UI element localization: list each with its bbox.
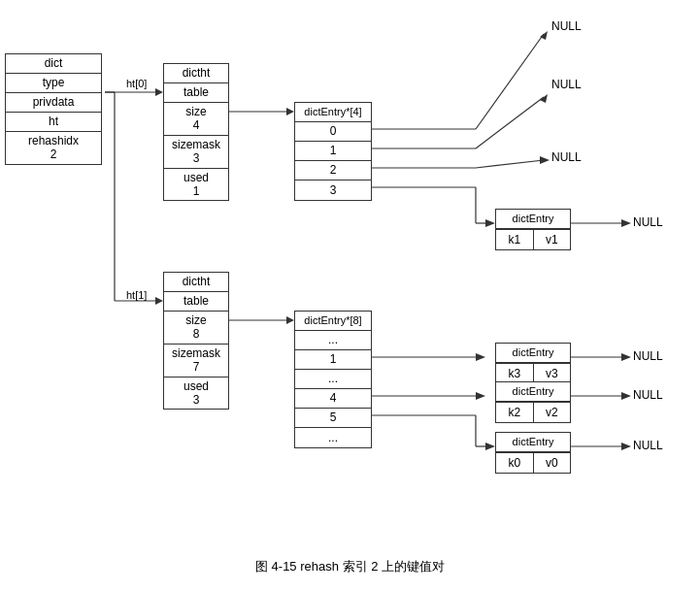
dict-label: dict (6, 54, 101, 74)
dict-entry-k0v0: dictEntry k0 v0 (495, 432, 571, 474)
dict-entry-k0v0-v: v0 (534, 453, 571, 473)
diagram: dict type privdata ht rehashidx2 ht[0] h… (0, 0, 700, 543)
null-label-6: NULL (633, 388, 663, 402)
dict-entry-k2v2: dictEntry k2 v2 (495, 381, 571, 423)
svg-line-17 (476, 160, 544, 168)
entry-array-bottom-5: 5 (295, 409, 371, 428)
null-label-1: NULL (551, 19, 582, 33)
dictht-top-label: dictht (164, 64, 228, 83)
svg-marker-12 (540, 31, 548, 40)
svg-marker-32 (621, 392, 631, 400)
ht1-label: ht[1] (126, 289, 147, 301)
dictht-bottom-used: used3 (164, 378, 228, 410)
svg-marker-30 (476, 392, 485, 400)
null-label-4: NULL (633, 215, 663, 229)
entry-array-top-3: 3 (295, 181, 371, 200)
dict-rehashidx: rehashidx2 (6, 132, 101, 164)
dictht-top-table: table (164, 83, 228, 103)
dict-entry-k1v1-k: k1 (496, 230, 534, 249)
dict-box: dict type privdata ht rehashidx2 (5, 53, 102, 165)
svg-marker-24 (621, 219, 631, 227)
svg-marker-9 (286, 316, 294, 324)
dict-entry-k1v1: dictEntry k1 v1 (495, 209, 571, 250)
entry-array-top-2: 2 (295, 161, 371, 181)
dict-entry-k3v3: dictEntry k3 v3 (495, 343, 571, 384)
ht0-label: ht[0] (126, 78, 147, 89)
caption: 图 4-15 rehash 索引 2 上的键值对 (0, 547, 700, 586)
dictht-top-box: dictht table size4 sizemask3 used1 (163, 63, 229, 201)
svg-marker-38 (621, 443, 631, 450)
svg-marker-36 (485, 443, 495, 450)
entry-array-top-label: dictEntry*[4] (295, 103, 371, 122)
arrows-svg (0, 0, 700, 543)
entry-array-bottom: dictEntry*[8] ... 1 ... 4 5 ... (294, 311, 372, 448)
dict-entry-k2v2-k: k2 (496, 403, 534, 422)
svg-marker-26 (476, 353, 485, 361)
dict-entry-k1v1-v: v1 (534, 230, 571, 249)
dict-entry-k0v0-label: dictEntry (496, 433, 570, 452)
svg-marker-15 (540, 94, 548, 103)
dictht-bottom-table: table (164, 292, 228, 312)
caption-text: 图 4-15 rehash 索引 2 上的键值对 (255, 558, 445, 575)
dictht-top-used: used1 (164, 169, 228, 201)
svg-marker-22 (485, 219, 495, 227)
dict-entry-k2v2-v: v2 (534, 403, 571, 422)
null-label-3: NULL (551, 150, 582, 164)
dict-entry-k0v0-k: k0 (496, 453, 534, 473)
dictht-top-sizemask: sizemask3 (164, 136, 228, 169)
svg-marker-5 (155, 297, 163, 305)
dict-entry-k1v1-label: dictEntry (496, 210, 570, 229)
svg-marker-18 (540, 156, 550, 164)
null-label-5: NULL (633, 349, 663, 363)
entry-array-top-0: 0 (295, 122, 371, 142)
dict-entry-k3v3-v: v3 (534, 364, 571, 383)
dict-entry-k3v3-k: k3 (496, 364, 534, 383)
svg-marker-28 (621, 353, 631, 361)
svg-line-11 (476, 34, 544, 129)
entry-array-bottom-dots1: ... (295, 331, 371, 350)
svg-marker-1 (155, 88, 163, 96)
entry-array-bottom-dots3: ... (295, 428, 371, 447)
dictht-bottom-size: size8 (164, 312, 228, 345)
dictht-bottom-box: dictht table size8 sizemask7 used3 (163, 272, 229, 410)
svg-line-14 (476, 97, 544, 148)
entry-array-bottom-label: dictEntry*[8] (295, 312, 371, 331)
entry-array-top: dictEntry*[4] 0 1 2 3 (294, 102, 372, 201)
dict-entry-k2v2-label: dictEntry (496, 382, 570, 402)
dict-privdata: privdata (6, 93, 101, 113)
entry-array-bottom-4: 4 (295, 389, 371, 409)
entry-array-bottom-dots2: ... (295, 370, 371, 389)
entry-array-top-1: 1 (295, 142, 371, 161)
null-label-7: NULL (633, 439, 663, 452)
dictht-bottom-label: dictht (164, 273, 228, 292)
dict-type: type (6, 74, 101, 93)
dict-entry-k3v3-label: dictEntry (496, 344, 570, 363)
dictht-top-size: size4 (164, 103, 228, 136)
null-label-2: NULL (551, 78, 582, 91)
dict-ht: ht (6, 113, 101, 132)
svg-marker-7 (286, 108, 294, 115)
entry-array-bottom-1: 1 (295, 350, 371, 370)
dictht-bottom-sizemask: sizemask7 (164, 345, 228, 378)
